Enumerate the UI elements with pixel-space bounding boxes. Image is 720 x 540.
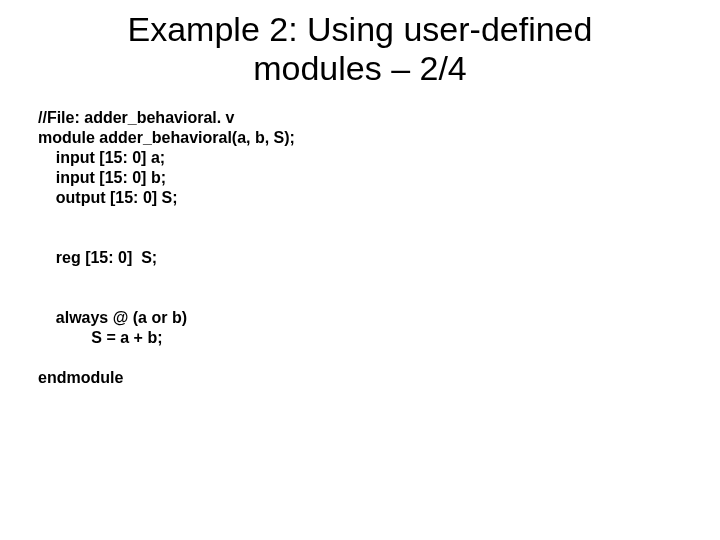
code-line: reg [15: 0] S; (38, 249, 157, 266)
code-line: module adder_behavioral(a, b, S); (38, 129, 295, 146)
code-line: //File: adder_behavioral. v (38, 109, 235, 126)
code-line: endmodule (38, 369, 123, 386)
code-line: input [15: 0] b; (38, 169, 166, 186)
code-block: //File: adder_behavioral. v module adder… (38, 108, 295, 388)
code-line: output [15: 0] S; (38, 189, 178, 206)
slide: Example 2: Using user-defined modules – … (0, 0, 720, 540)
code-line: input [15: 0] a; (38, 149, 165, 166)
slide-title: Example 2: Using user-defined modules – … (0, 0, 720, 88)
code-line: always @ (a or b) (38, 309, 187, 326)
title-line-1: Example 2: Using user-defined (128, 10, 593, 48)
code-line: S = a + b; (38, 329, 162, 346)
title-line-2: modules – 2/4 (253, 49, 467, 87)
